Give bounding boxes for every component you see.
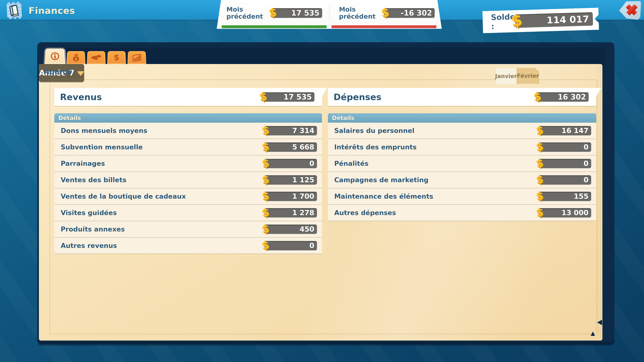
- dollar-icon: $: [261, 141, 270, 152]
- amount-value: 0: [539, 142, 591, 152]
- revenues-header-card: Revenus $ 17 535: [54, 88, 322, 106]
- dollar-icon: $: [261, 124, 270, 136]
- amount-value: 5 668: [265, 142, 317, 152]
- amount-value: 16 147: [539, 126, 591, 135]
- dollar-icon: $: [261, 223, 270, 235]
- revenue-row: Ventes de la boutique de cadeaux $1 700: [54, 188, 322, 205]
- row-amount: $5 668: [265, 142, 317, 152]
- expenses-total: $ 16 302: [536, 92, 589, 102]
- balance-panel: Solde : $ 114 017: [482, 8, 599, 33]
- finances-receipt-icon: [4, 0, 24, 21]
- row-amount: $1 278: [265, 208, 317, 218]
- revenues-title: Revenus: [60, 92, 102, 102]
- handshake-icon: [91, 53, 101, 62]
- row-label: Maintenance des éléments: [334, 193, 433, 200]
- revenue-row: Visites guidées $1 278: [54, 205, 322, 221]
- amount-value: 17 535: [262, 92, 314, 102]
- row-label: Dons mensuels moyens: [61, 127, 147, 134]
- dollar-icon: $: [536, 124, 544, 136]
- row-label: Pénalités: [334, 160, 368, 167]
- dollar-icon: $: [536, 206, 544, 218]
- dollar-icon: $: [261, 157, 270, 169]
- amount-value: 0: [539, 159, 591, 168]
- row-label: Subvention mensuelle: [61, 143, 143, 151]
- row-amount: $7 314: [265, 126, 317, 135]
- row-amount: $0: [265, 159, 317, 168]
- page-edge-line: [598, 65, 598, 339]
- revenue-row: Ventes des billets $1 125: [54, 172, 322, 188]
- expenses-title: Dépenses: [334, 92, 381, 102]
- row-label: Ventes de la boutique de cadeaux: [61, 193, 186, 200]
- row-label: Intérêts des emprunts: [334, 143, 416, 151]
- dollar-icon: $: [261, 239, 270, 251]
- income-label: Mois précédent: [226, 6, 266, 20]
- previous-month-income: Mois précédent $ 17 535: [217, 0, 329, 29]
- tab-donations[interactable]: $: [66, 51, 85, 64]
- amount-value: 16 302: [536, 92, 589, 102]
- negative-trend-bar: [332, 25, 436, 28]
- expense-amount: $ -16 302: [384, 8, 435, 18]
- amount-value: 0: [265, 159, 317, 168]
- amount-value: 155: [539, 192, 591, 201]
- revenue-row: Parrainages $0: [54, 156, 322, 172]
- revenue-row: Dons mensuels moyens $7 314: [54, 123, 322, 139]
- row-amount: $1 125: [265, 175, 317, 185]
- row-label: Autres dépenses: [334, 209, 396, 217]
- dollar-icon: $: [261, 206, 270, 218]
- dollar-icon: $: [536, 157, 544, 169]
- page-edge-line: [600, 65, 600, 339]
- revenues-column: Revenus $ 17 535 Détails Dons mensuels m…: [54, 88, 322, 254]
- expenses-column: Dépenses $ 16 302 Détails Salaires du pe…: [328, 88, 596, 221]
- dollar-icon: $: [261, 190, 270, 202]
- tab-partnerships[interactable]: [87, 51, 106, 64]
- dollar-icon: $: [259, 90, 268, 103]
- expense-row: Autres dépenses $13 000: [328, 205, 596, 221]
- revenue-row: Subvention mensuelle $5 668: [54, 139, 322, 156]
- row-amount: $450: [265, 225, 317, 234]
- details-header: Détails: [54, 113, 322, 123]
- row-amount: $13 000: [539, 208, 591, 218]
- tab-pricing[interactable]: $: [107, 51, 126, 64]
- amount-value: 13 000: [539, 208, 591, 218]
- row-label: Produits annexes: [61, 225, 125, 233]
- amount-value: 114 017: [515, 12, 593, 28]
- row-label: Visites guidées: [61, 209, 117, 217]
- expense-row: Intérêts des emprunts $0: [328, 139, 596, 156]
- svg-text:$: $: [75, 57, 78, 61]
- dollar-icon: $: [536, 174, 544, 185]
- dollar-icon: $: [261, 174, 270, 185]
- expense-label: Mois précédent: [339, 6, 378, 20]
- amount-value: 1 700: [265, 192, 317, 201]
- revenue-row: Autres revenus $0: [54, 238, 322, 254]
- previous-month-expense: Mois précédent $ -16 302: [329, 0, 442, 29]
- amount-value: 7 314: [265, 126, 317, 135]
- tab-statistics[interactable]: [128, 51, 146, 64]
- details-header: Détails: [328, 113, 596, 123]
- row-amount: $0: [539, 175, 591, 185]
- amount-value: -16 302: [384, 8, 435, 18]
- dollar-icon: $: [533, 90, 542, 103]
- row-label: Salaires du personnel: [334, 127, 414, 134]
- amount-value: 17 535: [272, 8, 322, 18]
- dollar-icon: $: [536, 190, 544, 202]
- svg-text:$: $: [114, 53, 120, 62]
- row-label: Ventes des billets: [61, 176, 126, 184]
- amount-value: 1 278: [265, 208, 317, 218]
- row-amount: $0: [539, 159, 591, 168]
- row-amount: $0: [539, 142, 591, 152]
- tab-overview[interactable]: [45, 49, 65, 64]
- content-panel: Aperçu Janvier Février Année 7 Revenus $…: [39, 64, 602, 341]
- month-button-fevrier[interactable]: Février: [517, 68, 539, 84]
- dollar-icon: $: [111, 53, 122, 62]
- amount-value: 0: [539, 175, 591, 185]
- balance-amount: $ 114 017: [515, 12, 593, 28]
- divider: [329, 5, 330, 19]
- chart-icon: [132, 53, 142, 62]
- revenues-total: $ 17 535: [262, 92, 314, 102]
- month-button-janvier[interactable]: Janvier: [496, 68, 516, 84]
- row-amount: $1 700: [265, 192, 317, 201]
- expenses-header-card: Dépenses $ 16 302: [328, 88, 596, 106]
- dollar-icon: $: [268, 6, 277, 19]
- expense-row: Salaires du personnel $16 147: [328, 123, 596, 139]
- expense-row: Maintenance des éléments $155: [328, 188, 596, 205]
